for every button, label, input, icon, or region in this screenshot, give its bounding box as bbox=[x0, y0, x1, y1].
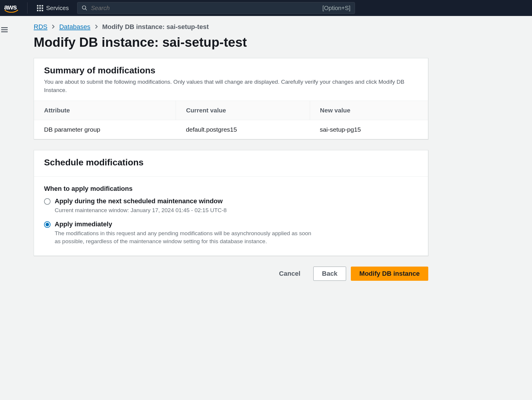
summary-title: Summary of modifications bbox=[44, 65, 418, 75]
search-input[interactable] bbox=[91, 5, 319, 12]
breadcrumb-link-databases[interactable]: Databases bbox=[59, 23, 90, 31]
summary-desc: You are about to submit the following mo… bbox=[44, 78, 411, 94]
summary-panel: Summary of modifications You are about t… bbox=[34, 58, 428, 139]
cell-current: default.postgres15 bbox=[176, 120, 310, 139]
aws-logo[interactable]: aws bbox=[4, 3, 18, 13]
back-button[interactable]: Back bbox=[313, 267, 346, 281]
main-content: RDS Databases Modify DB instance: sai-se… bbox=[9, 16, 452, 293]
cancel-button[interactable]: Cancel bbox=[271, 267, 309, 280]
cell-attribute: DB parameter group bbox=[34, 120, 176, 139]
cell-new: sai-setup-pg15 bbox=[310, 120, 428, 139]
col-attribute: Attribute bbox=[34, 101, 176, 120]
radio-desc: Current maintenance window: January 17, … bbox=[55, 206, 315, 214]
services-grid-icon bbox=[37, 5, 43, 11]
services-button[interactable]: Services bbox=[34, 5, 72, 12]
search-shortcut: [Option+S] bbox=[322, 5, 351, 12]
modify-db-instance-button[interactable]: Modify DB instance bbox=[351, 267, 428, 281]
col-new: New value bbox=[310, 101, 428, 120]
top-nav: aws Services [Option+S] bbox=[0, 0, 532, 16]
summary-header: Summary of modifications You are about t… bbox=[34, 58, 428, 101]
aws-logo-text: aws bbox=[4, 3, 17, 11]
col-current: Current value bbox=[176, 101, 310, 120]
table-header-row: Attribute Current value New value bbox=[34, 101, 428, 120]
search-bar[interactable]: [Option+S] bbox=[77, 2, 355, 14]
radio-label: Apply during the next scheduled maintena… bbox=[55, 197, 315, 205]
radio-option-maintenance-window[interactable]: Apply during the next scheduled maintena… bbox=[44, 197, 418, 214]
breadcrumb-current: Modify DB instance: sai-setup-test bbox=[102, 23, 209, 31]
chevron-right-icon bbox=[95, 23, 98, 31]
page-title: Modify DB instance: sai-setup-test bbox=[34, 35, 440, 50]
sidebar-rail bbox=[0, 16, 9, 293]
radio-desc: The modifications in this request and an… bbox=[55, 229, 315, 246]
action-bar: Cancel Back Modify DB instance bbox=[34, 267, 428, 281]
radio-label: Apply immediately bbox=[55, 220, 315, 228]
services-label: Services bbox=[46, 5, 69, 12]
hamburger-icon[interactable] bbox=[1, 26, 8, 293]
svg-point-0 bbox=[82, 6, 86, 9]
table-row: DB parameter group default.postgres15 sa… bbox=[34, 120, 428, 139]
schedule-title: Schedule modifications bbox=[44, 157, 418, 167]
when-to-apply-label: When to apply modifications bbox=[44, 185, 418, 193]
breadcrumb: RDS Databases Modify DB instance: sai-se… bbox=[34, 23, 440, 31]
schedule-body: When to apply modifications Apply during… bbox=[34, 177, 428, 256]
breadcrumb-link-rds[interactable]: RDS bbox=[34, 23, 47, 31]
schedule-header: Schedule modifications bbox=[34, 150, 428, 177]
nav-divider bbox=[27, 2, 27, 14]
search-icon bbox=[82, 5, 87, 11]
svg-line-1 bbox=[85, 9, 87, 10]
schedule-panel: Schedule modifications When to apply mod… bbox=[34, 150, 428, 256]
radio-option-apply-immediately[interactable]: Apply immediately The modifications in t… bbox=[44, 220, 418, 246]
chevron-right-icon bbox=[51, 23, 55, 31]
modifications-table: Attribute Current value New value DB par… bbox=[34, 101, 428, 139]
radio-input-maintenance-window[interactable] bbox=[44, 198, 51, 205]
radio-input-apply-immediately[interactable] bbox=[44, 221, 51, 228]
